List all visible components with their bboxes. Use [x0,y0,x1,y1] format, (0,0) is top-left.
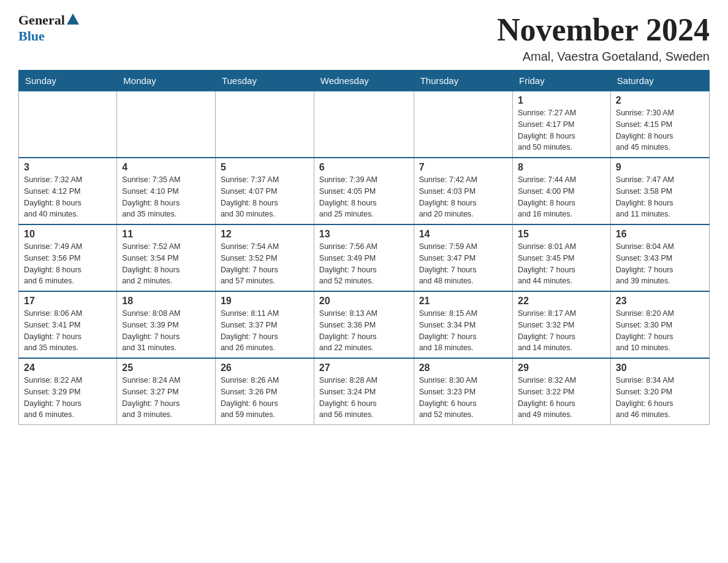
calendar-cell: 19Sunrise: 8:11 AM Sunset: 3:37 PM Dayli… [215,291,314,358]
day-info: Sunrise: 8:04 AM Sunset: 3:43 PM Dayligh… [616,241,704,287]
calendar-week-row: 17Sunrise: 8:06 AM Sunset: 3:41 PM Dayli… [19,291,710,358]
logo-general-text: General [18,12,65,28]
weekday-header-saturday: Saturday [610,71,709,91]
calendar-cell: 26Sunrise: 8:26 AM Sunset: 3:26 PM Dayli… [215,358,314,425]
day-info: Sunrise: 7:30 AM Sunset: 4:15 PM Dayligh… [616,107,704,153]
calendar-cell [314,91,414,158]
day-info: Sunrise: 8:30 AM Sunset: 3:23 PM Dayligh… [419,375,507,421]
calendar-cell [19,91,117,158]
weekday-header-sunday: Sunday [19,71,117,91]
day-info: Sunrise: 8:20 AM Sunset: 3:30 PM Dayligh… [616,308,704,354]
calendar-cell: 1Sunrise: 7:27 AM Sunset: 4:17 PM Daylig… [513,91,611,158]
day-info: Sunrise: 7:47 AM Sunset: 3:58 PM Dayligh… [616,174,704,220]
title-block: November 2024 Amal, Vaestra Goetaland, S… [497,12,710,64]
day-number: 8 [518,162,605,173]
month-title: November 2024 [497,12,710,47]
calendar-cell: 6Sunrise: 7:39 AM Sunset: 4:05 PM Daylig… [314,158,414,224]
calendar-cell: 17Sunrise: 8:06 AM Sunset: 3:41 PM Dayli… [19,291,117,358]
day-info: Sunrise: 7:54 AM Sunset: 3:52 PM Dayligh… [221,241,309,287]
weekday-header-friday: Friday [513,71,611,91]
calendar-cell: 24Sunrise: 8:22 AM Sunset: 3:29 PM Dayli… [19,358,117,425]
day-number: 25 [122,362,210,373]
weekday-header-tuesday: Tuesday [215,71,314,91]
day-info: Sunrise: 7:42 AM Sunset: 4:03 PM Dayligh… [419,174,507,220]
svg-marker-0 [67,13,79,25]
calendar-cell: 10Sunrise: 7:49 AM Sunset: 3:56 PM Dayli… [19,224,117,291]
day-number: 20 [319,296,409,307]
logo-blue-text: Blue [18,28,45,44]
day-number: 21 [419,296,507,307]
calendar-cell: 5Sunrise: 7:37 AM Sunset: 4:07 PM Daylig… [215,158,314,224]
day-number: 13 [319,229,409,240]
day-info: Sunrise: 7:32 AM Sunset: 4:12 PM Dayligh… [24,174,112,220]
day-number: 12 [221,229,309,240]
calendar-cell: 3Sunrise: 7:32 AM Sunset: 4:12 PM Daylig… [19,158,117,224]
day-number: 2 [616,95,704,106]
day-number: 4 [122,162,210,173]
day-info: Sunrise: 8:06 AM Sunset: 3:41 PM Dayligh… [24,308,112,354]
calendar-cell: 16Sunrise: 8:04 AM Sunset: 3:43 PM Dayli… [610,224,709,291]
calendar-cell: 2Sunrise: 7:30 AM Sunset: 4:15 PM Daylig… [610,91,709,158]
day-number: 26 [221,362,309,373]
calendar-cell: 9Sunrise: 7:47 AM Sunset: 3:58 PM Daylig… [610,158,709,224]
calendar-cell: 12Sunrise: 7:54 AM Sunset: 3:52 PM Dayli… [215,224,314,291]
weekday-header-row: SundayMondayTuesdayWednesdayThursdayFrid… [19,71,710,91]
day-info: Sunrise: 8:17 AM Sunset: 3:32 PM Dayligh… [518,308,605,354]
day-info: Sunrise: 8:32 AM Sunset: 3:22 PM Dayligh… [518,375,605,421]
day-number: 27 [319,362,409,373]
day-info: Sunrise: 7:44 AM Sunset: 4:00 PM Dayligh… [518,174,605,220]
calendar-cell: 21Sunrise: 8:15 AM Sunset: 3:34 PM Dayli… [414,291,512,358]
logo-triangle-icon [67,12,79,25]
day-info: Sunrise: 7:27 AM Sunset: 4:17 PM Dayligh… [518,107,605,153]
day-info: Sunrise: 7:39 AM Sunset: 4:05 PM Dayligh… [319,174,409,220]
day-number: 7 [419,162,507,173]
calendar-cell: 14Sunrise: 7:59 AM Sunset: 3:47 PM Dayli… [414,224,512,291]
day-info: Sunrise: 8:08 AM Sunset: 3:39 PM Dayligh… [122,308,210,354]
calendar-cell: 28Sunrise: 8:30 AM Sunset: 3:23 PM Dayli… [414,358,512,425]
calendar-cell: 11Sunrise: 7:52 AM Sunset: 3:54 PM Dayli… [117,224,216,291]
day-number: 30 [616,362,704,373]
day-number: 29 [518,362,605,373]
logo: General Blue [18,12,79,44]
weekday-header-thursday: Thursday [414,71,512,91]
day-info: Sunrise: 8:13 AM Sunset: 3:36 PM Dayligh… [319,308,409,354]
day-number: 1 [518,95,605,106]
day-info: Sunrise: 7:52 AM Sunset: 3:54 PM Dayligh… [122,241,210,287]
calendar-week-row: 24Sunrise: 8:22 AM Sunset: 3:29 PM Dayli… [19,358,710,425]
calendar-cell: 4Sunrise: 7:35 AM Sunset: 4:10 PM Daylig… [117,158,216,224]
day-info: Sunrise: 8:15 AM Sunset: 3:34 PM Dayligh… [419,308,507,354]
day-number: 17 [24,296,112,307]
day-number: 3 [24,162,112,173]
day-info: Sunrise: 8:22 AM Sunset: 3:29 PM Dayligh… [24,375,112,421]
calendar-cell: 30Sunrise: 8:34 AM Sunset: 3:20 PM Dayli… [610,358,709,425]
location-title: Amal, Vaestra Goetaland, Sweden [497,50,710,64]
calendar-cell [215,91,314,158]
calendar-week-row: 1Sunrise: 7:27 AM Sunset: 4:17 PM Daylig… [19,91,710,158]
day-info: Sunrise: 8:28 AM Sunset: 3:24 PM Dayligh… [319,375,409,421]
calendar-cell: 23Sunrise: 8:20 AM Sunset: 3:30 PM Dayli… [610,291,709,358]
calendar-week-row: 10Sunrise: 7:49 AM Sunset: 3:56 PM Dayli… [19,224,710,291]
day-info: Sunrise: 8:24 AM Sunset: 3:27 PM Dayligh… [122,375,210,421]
calendar-cell: 27Sunrise: 8:28 AM Sunset: 3:24 PM Dayli… [314,358,414,425]
calendar-cell [414,91,512,158]
day-info: Sunrise: 8:26 AM Sunset: 3:26 PM Dayligh… [221,375,309,421]
day-number: 10 [24,229,112,240]
day-number: 6 [319,162,409,173]
weekday-header-monday: Monday [117,71,216,91]
day-number: 24 [24,362,112,373]
calendar-cell: 25Sunrise: 8:24 AM Sunset: 3:27 PM Dayli… [117,358,216,425]
calendar-cell: 20Sunrise: 8:13 AM Sunset: 3:36 PM Dayli… [314,291,414,358]
day-info: Sunrise: 7:35 AM Sunset: 4:10 PM Dayligh… [122,174,210,220]
calendar-table: SundayMondayTuesdayWednesdayThursdayFrid… [18,70,710,425]
day-number: 5 [221,162,309,173]
day-info: Sunrise: 7:56 AM Sunset: 3:49 PM Dayligh… [319,241,409,287]
calendar-cell: 22Sunrise: 8:17 AM Sunset: 3:32 PM Dayli… [513,291,611,358]
calendar-cell [117,91,216,158]
day-info: Sunrise: 8:11 AM Sunset: 3:37 PM Dayligh… [221,308,309,354]
calendar-cell: 15Sunrise: 8:01 AM Sunset: 3:45 PM Dayli… [513,224,611,291]
page-header: General Blue November 2024 Amal, Vaestra… [18,12,710,64]
day-number: 28 [419,362,507,373]
calendar-cell: 8Sunrise: 7:44 AM Sunset: 4:00 PM Daylig… [513,158,611,224]
day-number: 22 [518,296,605,307]
day-number: 15 [518,229,605,240]
